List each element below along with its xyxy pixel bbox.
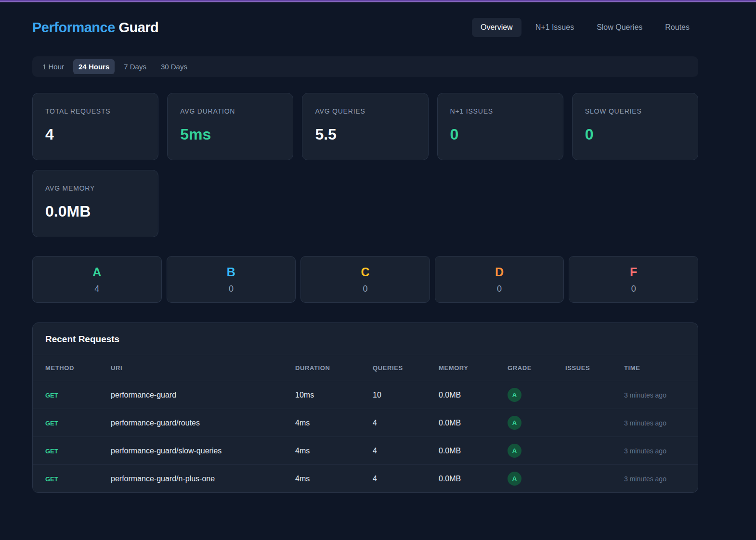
cell-memory: 0.0MB xyxy=(439,381,508,409)
column-header-method: METHOD xyxy=(33,355,111,381)
grade-count: 0 xyxy=(631,284,636,294)
cell-time: 3 minutes ago xyxy=(624,437,698,465)
grade-count: 0 xyxy=(229,284,234,294)
grade-card-a: A4 xyxy=(32,256,162,303)
cell-method: GET xyxy=(33,437,111,465)
nav-item-overview[interactable]: Overview xyxy=(472,18,521,37)
column-header-time: TIME xyxy=(624,355,698,381)
grade-badge: A xyxy=(508,472,521,486)
cell-duration: 4ms xyxy=(295,409,373,437)
cell-queries: 4 xyxy=(373,465,439,493)
cell-grade: A xyxy=(508,437,565,465)
stat-card-slow-queries: SLOW QUERIES0 xyxy=(572,93,698,160)
table-row[interactable]: GETperformance-guard/routes4ms40.0MBA3 m… xyxy=(33,409,698,437)
memory-text: 0.0MB xyxy=(439,447,461,455)
column-header-grade: GRADE xyxy=(508,355,565,381)
stat-card-avg-queries: AVG QUERIES5.5 xyxy=(302,93,428,160)
grade-letter: A xyxy=(92,265,101,279)
grades-grid: A4B0C0D0F0 xyxy=(32,256,698,303)
time-text: 3 minutes ago xyxy=(624,391,666,399)
cell-method: GET xyxy=(33,465,111,493)
time-range-selector: 1 Hour24 Hours7 Days30 Days xyxy=(32,56,698,77)
time-range-24-hours[interactable]: 24 Hours xyxy=(73,59,115,74)
cell-issues xyxy=(565,381,624,409)
top-accent-bar xyxy=(0,0,756,2)
stat-label: SLOW QUERIES xyxy=(585,107,685,115)
grade-card-c: C0 xyxy=(300,256,430,303)
cell-queries: 10 xyxy=(373,381,439,409)
method-badge: GET xyxy=(45,392,58,399)
stat-label: AVG QUERIES xyxy=(315,107,415,115)
cell-uri: performance-guard xyxy=(111,381,295,409)
cell-time: 3 minutes ago xyxy=(624,465,698,493)
stats-grid: TOTAL REQUESTS4AVG DURATION5msAVG QUERIE… xyxy=(32,93,698,237)
grade-card-f: F0 xyxy=(569,256,698,303)
memory-text: 0.0MB xyxy=(439,419,461,427)
header: Performance Guard OverviewN+1 IssuesSlow… xyxy=(32,18,698,37)
table-row[interactable]: GETperformance-guard/slow-queries4ms40.0… xyxy=(33,437,698,465)
stat-card-total-requests: TOTAL REQUESTS4 xyxy=(32,93,158,160)
memory-text: 0.0MB xyxy=(439,391,461,399)
cell-memory: 0.0MB xyxy=(439,409,508,437)
stat-label: AVG DURATION xyxy=(180,107,280,115)
column-header-queries: QUERIES xyxy=(373,355,439,381)
cell-uri: performance-guard/slow-queries xyxy=(111,437,295,465)
cell-time: 3 minutes ago xyxy=(624,409,698,437)
cell-memory: 0.0MB xyxy=(439,437,508,465)
stat-label: AVG MEMORY xyxy=(45,184,145,192)
stat-card-avg-duration: AVG DURATION5ms xyxy=(167,93,293,160)
duration-text: 10ms xyxy=(295,391,314,399)
nav-item-routes[interactable]: Routes xyxy=(656,18,698,37)
cell-time: 3 minutes ago xyxy=(624,381,698,409)
recent-requests-title: Recent Requests xyxy=(33,323,698,355)
stat-value: 5ms xyxy=(180,126,280,143)
table-body: GETperformance-guard10ms100.0MBA3 minute… xyxy=(33,381,698,493)
cell-issues xyxy=(565,409,624,437)
cell-queries: 4 xyxy=(373,409,439,437)
time-range-7-days[interactable]: 7 Days xyxy=(118,59,152,74)
main-container: Performance Guard OverviewN+1 IssuesSlow… xyxy=(32,18,698,493)
grade-letter: D xyxy=(495,265,504,279)
cell-method: GET xyxy=(33,409,111,437)
table-row[interactable]: GETperformance-guard10ms100.0MBA3 minute… xyxy=(33,381,698,409)
duration-text: 4ms xyxy=(295,419,310,427)
stat-card-n-1-issues: N+1 ISSUES0 xyxy=(437,93,563,160)
nav-item-slow-queries[interactable]: Slow Queries xyxy=(588,18,651,37)
method-badge: GET xyxy=(45,448,58,455)
table-row[interactable]: GETperformance-guard/n-plus-one4ms40.0MB… xyxy=(33,465,698,493)
cell-duration: 4ms xyxy=(295,465,373,493)
stat-value: 0 xyxy=(585,126,685,143)
grade-badge: A xyxy=(508,388,521,402)
time-text: 3 minutes ago xyxy=(624,447,666,455)
grade-badge: A xyxy=(508,416,521,430)
cell-duration: 4ms xyxy=(295,437,373,465)
column-header-duration: DURATION xyxy=(295,355,373,381)
grade-count: 0 xyxy=(497,284,502,294)
time-range-1-hour[interactable]: 1 Hour xyxy=(37,59,69,74)
stat-label: N+1 ISSUES xyxy=(450,107,550,115)
memory-text: 0.0MB xyxy=(439,475,461,483)
cell-issues xyxy=(565,437,624,465)
column-header-issues: ISSUES xyxy=(565,355,624,381)
duration-text: 4ms xyxy=(295,447,310,455)
uri-text: performance-guard/n-plus-one xyxy=(111,475,215,483)
nav-item-n-1-issues[interactable]: N+1 Issues xyxy=(527,18,583,37)
stat-card-avg-memory: AVG MEMORY0.0MB xyxy=(32,170,158,237)
queries-text: 4 xyxy=(373,475,377,483)
cell-queries: 4 xyxy=(373,437,439,465)
uri-text: performance-guard/routes xyxy=(111,419,200,427)
main-nav: OverviewN+1 IssuesSlow QueriesRoutes xyxy=(472,18,698,37)
cell-duration: 10ms xyxy=(295,381,373,409)
cell-grade: A xyxy=(508,465,565,493)
column-header-uri: URI xyxy=(111,355,295,381)
grade-letter: C xyxy=(361,265,369,279)
duration-text: 4ms xyxy=(295,475,310,483)
queries-text: 4 xyxy=(373,447,377,455)
grade-count: 0 xyxy=(363,284,367,294)
cell-uri: performance-guard/routes xyxy=(111,409,295,437)
time-text: 3 minutes ago xyxy=(624,475,666,483)
time-range-30-days[interactable]: 30 Days xyxy=(156,59,193,74)
grade-badge: A xyxy=(508,444,521,458)
page-title-rest: Guard xyxy=(118,20,158,35)
stat-value: 5.5 xyxy=(315,126,415,143)
